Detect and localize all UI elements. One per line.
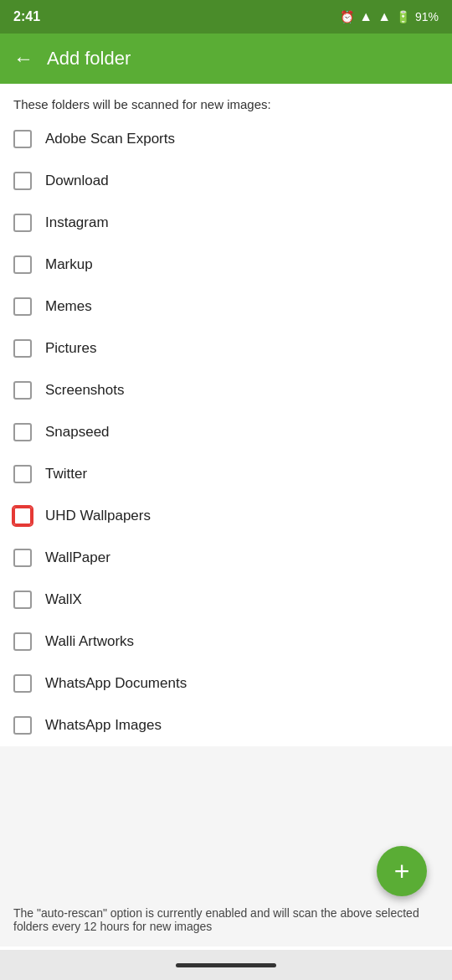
checkbox-download[interactable] xyxy=(13,172,32,190)
wifi-icon: ▲ xyxy=(359,9,372,24)
folder-label-whatsapp-documents: WhatsApp Documents xyxy=(45,675,187,692)
list-item[interactable]: WhatsApp Images xyxy=(0,704,452,746)
checkbox-memes[interactable] xyxy=(13,297,32,316)
folder-label-twitter: Twitter xyxy=(45,466,87,482)
folder-label-adobe-scan-exports: Adobe Scan Exports xyxy=(45,131,175,147)
add-folder-fab[interactable]: + xyxy=(377,846,427,896)
folder-label-download: Download xyxy=(45,173,109,189)
list-item[interactable]: Memes xyxy=(0,286,452,328)
status-bar: 2:41 ⏰ ▲ ▲ 🔋 91% xyxy=(0,0,452,34)
folder-label-markup: Markup xyxy=(45,256,93,273)
battery-percent: 91% xyxy=(415,10,439,23)
checkbox-uhd-wallpapers[interactable] xyxy=(13,507,32,525)
checkbox-walli-artworks[interactable] xyxy=(13,632,32,651)
folder-label-pictures: Pictures xyxy=(45,340,96,357)
folder-label-wallx: WallX xyxy=(45,591,82,608)
list-item[interactable]: WhatsApp Documents xyxy=(0,663,452,704)
folder-list: Adobe Scan ExportsDownloadInstagramMarku… xyxy=(0,118,452,746)
status-time: 2:41 xyxy=(13,9,40,24)
footer-description: The "auto-rescan" option is currently en… xyxy=(13,906,419,933)
list-item[interactable]: Markup xyxy=(0,244,452,286)
list-item[interactable]: Download xyxy=(0,160,452,202)
folder-label-memes: Memes xyxy=(45,298,92,315)
list-item[interactable]: UHD Wallpapers xyxy=(0,495,452,537)
list-item[interactable]: Instagram xyxy=(0,202,452,244)
nav-bar xyxy=(0,950,452,980)
list-item[interactable]: Adobe Scan Exports xyxy=(0,118,452,160)
list-item[interactable]: Snapseed xyxy=(0,411,452,453)
list-item[interactable]: WallX xyxy=(0,579,452,621)
checkbox-whatsapp-documents[interactable] xyxy=(13,674,32,693)
list-item[interactable]: Screenshots xyxy=(0,369,452,411)
checkbox-adobe-scan-exports[interactable] xyxy=(13,130,32,148)
checkbox-wallpaper[interactable] xyxy=(13,549,32,567)
checkbox-markup[interactable] xyxy=(13,255,32,274)
folder-label-screenshots: Screenshots xyxy=(45,382,125,399)
signal-icon: ▲ xyxy=(378,9,391,24)
list-item[interactable]: Walli Artworks xyxy=(0,621,452,663)
folder-label-uhd-wallpapers: UHD Wallpapers xyxy=(45,508,151,524)
plus-icon: + xyxy=(394,856,410,887)
checkbox-twitter[interactable] xyxy=(13,465,32,483)
checkbox-wallx[interactable] xyxy=(13,591,32,609)
folder-label-snapseed: Snapseed xyxy=(45,424,110,441)
folder-label-whatsapp-images: WhatsApp Images xyxy=(45,717,162,734)
footer-text: The "auto-rescan" option is currently en… xyxy=(0,893,452,946)
checkbox-instagram[interactable] xyxy=(13,214,32,232)
checkbox-pictures[interactable] xyxy=(13,339,32,358)
content-area: These folders will be scanned for new im… xyxy=(0,84,452,980)
status-icons: ⏰ ▲ ▲ 🔋 91% xyxy=(340,9,439,24)
app-bar: ← Add folder xyxy=(0,34,452,84)
list-item[interactable]: Twitter xyxy=(0,453,452,495)
description-text: These folders will be scanned for new im… xyxy=(0,84,452,118)
back-button[interactable]: ← xyxy=(13,47,33,70)
list-item[interactable]: Pictures xyxy=(0,328,452,369)
battery-icon: 🔋 xyxy=(396,10,410,23)
page-title: Add folder xyxy=(47,48,131,70)
folder-label-walli-artworks: Walli Artworks xyxy=(45,633,134,650)
checkbox-snapseed[interactable] xyxy=(13,423,32,441)
folder-label-wallpaper: WallPaper xyxy=(45,549,110,566)
list-item[interactable]: WallPaper xyxy=(0,537,452,579)
home-indicator xyxy=(176,963,276,967)
checkbox-whatsapp-images[interactable] xyxy=(13,716,32,735)
folder-label-instagram: Instagram xyxy=(45,214,109,231)
checkbox-screenshots[interactable] xyxy=(13,381,32,400)
alarm-icon: ⏰ xyxy=(340,10,354,23)
